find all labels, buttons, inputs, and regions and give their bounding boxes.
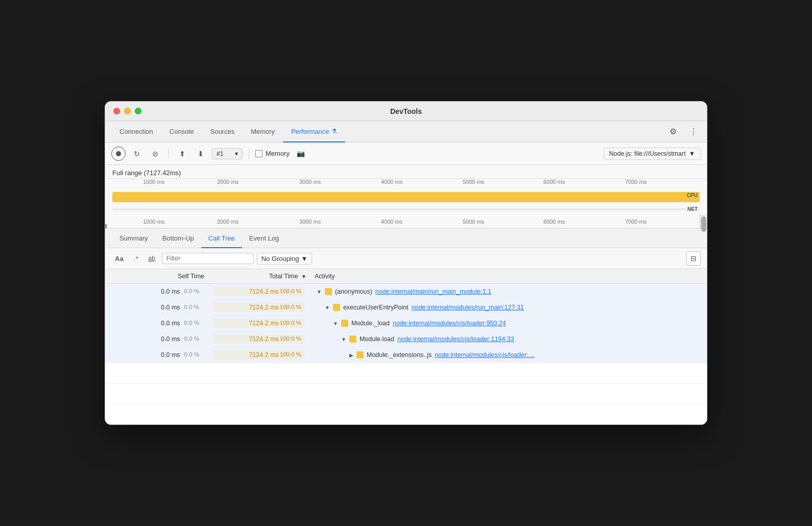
bottom-tabs: Summary Bottom-Up Call Tree Event Log bbox=[105, 229, 707, 248]
whole-word-icon: ab bbox=[148, 255, 155, 262]
case-sensitive-button[interactable]: Aa bbox=[111, 253, 127, 264]
target-dropdown-arrow-icon: ▼ bbox=[689, 150, 695, 157]
whole-word-button[interactable]: ab bbox=[145, 253, 158, 264]
divider-2 bbox=[249, 149, 249, 159]
tab-sources[interactable]: Sources bbox=[202, 121, 243, 142]
total-time-header[interactable]: Total Time ▼ bbox=[207, 269, 309, 284]
total-time-cell: 7124.2 ms 100.0 % bbox=[207, 300, 309, 316]
window-title: DevTools bbox=[390, 107, 422, 115]
filter-bar: Aa .* ab No Grouping ▼ ⊟ bbox=[105, 248, 707, 269]
table-row: 0.0 ms 0.0 % 7124.2 ms 100.0 % ▼ bbox=[105, 331, 707, 347]
total-time-cell: 7124.2 ms 100.0 % bbox=[207, 316, 309, 331]
table-row: 0.0 ms 0.0 % 7124.2 ms 100.0 % ▼ bbox=[105, 316, 707, 331]
activity-cell: ▼ executeUserEntryPoint node:internal/mo… bbox=[309, 300, 707, 316]
tab-memory[interactable]: Memory bbox=[243, 121, 283, 142]
header-row: Self Time Total Time ▼ Activity bbox=[105, 269, 707, 284]
tab-event-log[interactable]: Event Log bbox=[242, 229, 286, 248]
empty-row bbox=[105, 404, 707, 424]
activity-icon-0 bbox=[325, 288, 332, 295]
full-range-label: Full range (7127.42ms) bbox=[112, 169, 181, 177]
panel-layout-button[interactable]: ⊟ bbox=[686, 251, 701, 266]
activity-icon-3 bbox=[349, 336, 356, 343]
table-row: 0.0 ms 0.0 % 7124.2 ms 100.0 % ▼ bbox=[105, 284, 707, 300]
tab-performance[interactable]: Performance ⚗ bbox=[283, 121, 345, 142]
tab-call-tree[interactable]: Call Tree bbox=[201, 229, 242, 248]
table-container: Self Time Total Time ▼ Activity bbox=[105, 269, 707, 424]
profile-dropdown[interactable]: #1 ▾ bbox=[212, 148, 243, 159]
close-button[interactable] bbox=[113, 108, 120, 114]
expand-arrow-2[interactable]: ▼ bbox=[333, 321, 338, 326]
memory-checkbox-input[interactable] bbox=[255, 150, 262, 157]
clear-button[interactable]: ⊘ bbox=[148, 147, 162, 161]
profile-label: #1 bbox=[217, 150, 223, 157]
net-bar-container: NET bbox=[105, 204, 707, 214]
expand-arrow-4[interactable]: ▶ bbox=[349, 352, 353, 358]
memory-checkbox[interactable]: Memory bbox=[255, 150, 290, 157]
expand-arrow-1[interactable]: ▼ bbox=[325, 305, 330, 310]
download-icon: ⬇ bbox=[198, 150, 204, 158]
memory-label: Memory bbox=[266, 150, 290, 157]
title-bar: DevTools bbox=[105, 102, 707, 121]
target-selector[interactable]: Node.js: file:///Users/stmart ▼ bbox=[604, 148, 701, 160]
self-time-header[interactable]: Self Time bbox=[105, 269, 207, 284]
tab-connection[interactable]: Connection bbox=[111, 121, 161, 142]
tick2-3000: 3000 ms bbox=[299, 219, 321, 225]
table-header: Self Time Total Time ▼ Activity bbox=[105, 269, 707, 284]
more-icon: ⋮ bbox=[689, 127, 698, 136]
grouping-arrow-icon: ▼ bbox=[301, 255, 307, 262]
self-time-cell: 0.0 ms 0.0 % bbox=[105, 331, 207, 347]
expand-arrow-0[interactable]: ▼ bbox=[317, 289, 322, 295]
record-button[interactable] bbox=[111, 147, 126, 161]
devtools-window: DevTools Connection Console Sources Memo… bbox=[105, 101, 707, 425]
more-menu-button[interactable]: ⋮ bbox=[686, 125, 701, 139]
filter-input[interactable] bbox=[162, 253, 254, 264]
self-time-cell: 0.0 ms 0.0 % bbox=[105, 347, 207, 363]
sort-desc-icon: ▼ bbox=[301, 274, 306, 279]
self-time-cell: 0.0 ms 0.0 % bbox=[105, 300, 207, 316]
activity-header[interactable]: Activity bbox=[309, 269, 707, 284]
activity-icon-2 bbox=[341, 320, 348, 327]
tab-bottom-up[interactable]: Bottom-Up bbox=[155, 229, 201, 248]
cpu-bar-container: CPU bbox=[105, 190, 707, 204]
activity-cell: ▼ Module.load node:internal/modules/cjs/… bbox=[309, 331, 707, 347]
cpu-bar bbox=[112, 192, 700, 202]
tick-7000: 7000 ms bbox=[625, 179, 647, 185]
upload-icon: ⬆ bbox=[179, 150, 185, 158]
camera-icon: 📷 bbox=[297, 150, 305, 157]
regex-button[interactable]: .* bbox=[130, 253, 142, 264]
tick-3000: 3000 ms bbox=[299, 179, 321, 185]
traffic-lights bbox=[113, 108, 141, 114]
nav-actions: ⚙ ⋮ bbox=[666, 125, 701, 139]
net-label: NET bbox=[687, 206, 698, 212]
net-bar bbox=[112, 208, 700, 210]
tick2-5000: 5000 ms bbox=[463, 219, 484, 225]
nav-bar: Connection Console Sources Memory Perfor… bbox=[105, 121, 707, 142]
dropdown-arrow-icon: ▾ bbox=[235, 150, 238, 157]
tick-1000: 1000 ms bbox=[143, 179, 164, 185]
tick-5000: 5000 ms bbox=[463, 179, 484, 185]
nav-tabs: Connection Console Sources Memory Perfor… bbox=[111, 121, 666, 142]
tab-summary[interactable]: Summary bbox=[112, 229, 155, 248]
empty-row bbox=[105, 363, 707, 384]
download-button[interactable]: ⬇ bbox=[194, 147, 208, 161]
cpu-label: CPU bbox=[687, 193, 698, 198]
grouping-dropdown[interactable]: No Grouping ▼ bbox=[257, 253, 313, 265]
upload-button[interactable]: ⬆ bbox=[175, 147, 189, 161]
scrollbar[interactable] bbox=[700, 214, 707, 228]
minimize-button[interactable] bbox=[124, 108, 131, 114]
settings-button[interactable]: ⚙ bbox=[666, 125, 680, 139]
expand-arrow-3[interactable]: ▼ bbox=[341, 337, 346, 342]
tick-2000: 2000 ms bbox=[217, 179, 238, 185]
screenshot-button[interactable]: 📷 bbox=[294, 147, 308, 161]
second-ruler: 1000 ms 2000 ms 3000 ms 4000 ms 5000 ms … bbox=[105, 214, 707, 229]
total-time-cell: 7124.2 ms 100.0 % bbox=[207, 284, 309, 300]
aa-icon: Aa bbox=[115, 255, 124, 262]
table-body: 0.0 ms 0.0 % 7124.2 ms 100.0 % ▼ bbox=[105, 284, 707, 424]
reload-button[interactable]: ↻ bbox=[130, 147, 144, 161]
performance-flask-icon: ⚗ bbox=[331, 128, 337, 135]
activity-cell: ▼ Module._load node:internal/modules/cjs… bbox=[309, 316, 707, 331]
tab-console[interactable]: Console bbox=[161, 121, 202, 142]
table-row: 0.0 ms 0.0 % 7124.2 ms 100.0 % ▼ bbox=[105, 300, 707, 316]
tick2-1000: 1000 ms bbox=[143, 219, 164, 225]
maximize-button[interactable] bbox=[135, 108, 141, 114]
